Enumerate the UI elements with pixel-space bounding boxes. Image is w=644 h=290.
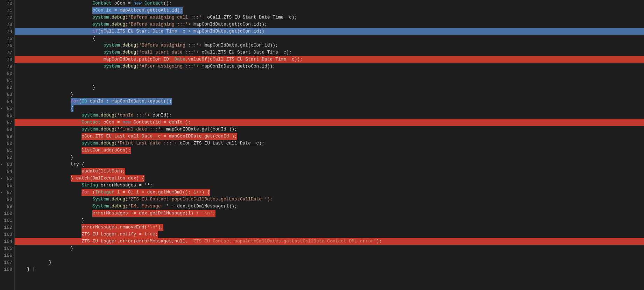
code-line-94: update(listCon); — [15, 168, 644, 175]
token: 'ZTS_EU_Contact_populateCallDates.getLas… — [191, 238, 376, 245]
line-number-label: 102 — [4, 225, 12, 230]
line-number-92: 92 — [0, 154, 14, 161]
line-content: errorMessages.removeEnd('\n'); — [15, 224, 644, 231]
token: try { — [71, 161, 84, 168]
token: mapConIDDate.get(conId )); — [163, 126, 237, 133]
line-number-label: 105 — [4, 246, 12, 251]
line-number-label: 82 — [7, 85, 12, 90]
line-number-75: 75 — [0, 35, 14, 42]
token: ID — [82, 99, 87, 104]
indent — [16, 147, 82, 154]
line-number-label: 75 — [7, 36, 12, 41]
indent — [16, 266, 27, 273]
line-content: } | — [15, 266, 644, 273]
token: ('ZTS_EU_Contact_populateCallDates.getLa… — [125, 196, 273, 203]
code-line-85: { — [15, 105, 644, 112]
line-content — [15, 77, 644, 84]
token: system — [104, 42, 120, 49]
code-line-97: for (Integer i = 0; i < dex.getNumDml();… — [15, 189, 644, 196]
line-number-96: 96 — [0, 182, 14, 189]
indent — [16, 0, 92, 7]
token: debug — [112, 21, 125, 28]
token: } — [27, 266, 30, 273]
line-number-label: 91 — [7, 148, 12, 153]
token: oCon.ZTS_EU_Last_call_Date__c = mapConID… — [82, 134, 237, 139]
highlight-region: for (Integer i = 0; i < dex.getNumDml();… — [82, 189, 210, 196]
line-content: } — [15, 154, 644, 161]
line-content: system.debug('Before assigning :::'+ map… — [15, 42, 644, 49]
line-number-83: 83 — [0, 91, 14, 98]
line-number-label: 71 — [7, 8, 12, 13]
line-content: } — [15, 259, 644, 266]
editor-area[interactable]: Contact oCon = new Contact(); oCon.id = … — [15, 0, 644, 290]
token: debug — [101, 126, 114, 133]
token: . — [120, 63, 122, 70]
line-number-label: 76 — [7, 43, 12, 48]
token: new — [122, 119, 130, 126]
token: ( — [90, 190, 95, 195]
line-content: system.debug('Before assigning :::'+ map… — [15, 21, 644, 28]
line-number-107: 107 — [0, 259, 14, 266]
token: ('Print Last date :::'+ — [114, 140, 177, 147]
indent — [16, 140, 82, 147]
line-number-95: ▾95 — [0, 175, 14, 182]
indent — [16, 14, 92, 21]
token: debug — [112, 14, 125, 21]
line-number-label: 100 — [4, 211, 12, 216]
indent — [16, 21, 92, 28]
line-content: Contact oCon = new Contact(); — [15, 0, 644, 7]
indent — [16, 203, 92, 210]
code-line-76: system.debug('Before assigning :::'+ map… — [15, 42, 644, 49]
line-number-82: 82 — [0, 84, 14, 91]
indent — [16, 168, 82, 175]
token: conId : mapConIdDate.keyset()) — [87, 99, 172, 104]
token: debug — [122, 63, 136, 70]
line-number-label: 99 — [7, 204, 12, 209]
line-number-label: 86 — [7, 113, 12, 118]
code-line-92: } — [15, 154, 644, 161]
token: System — [92, 203, 109, 210]
token: oCon = — [101, 119, 122, 126]
token: = — [128, 0, 131, 7]
token: mapConIdDate.get(oCon.id)); — [199, 63, 275, 70]
line-content — [15, 70, 644, 77]
token: oCon.id — [92, 8, 112, 13]
code-line-82: } — [15, 84, 644, 91]
token: conId); — [150, 112, 171, 119]
token: } catch(DmlException dex) { — [71, 176, 144, 181]
code-line-106 — [15, 252, 644, 259]
line-content: oCon.ZTS_EU_Last_call_Date__c = mapConID… — [15, 133, 644, 140]
line-number-88: 88 — [0, 126, 14, 133]
code-line-99: System.debug('DML Message: ' + dex.getDm… — [15, 203, 644, 210]
token: ZTS_EU_Logger.error(errorMessages,null, — [82, 238, 191, 245]
code-line-79: system.debug('After assigning :::'+ mapC… — [15, 63, 644, 70]
token: ('final date :::'+ — [114, 126, 163, 133]
line-number-label: 94 — [7, 169, 12, 174]
token: update(listCon); — [82, 169, 125, 174]
token: system — [104, 49, 120, 56]
code-line-81 — [15, 77, 644, 84]
line-number-104: 104 — [0, 238, 14, 245]
indent — [16, 161, 71, 168]
line-number-80: 80 — [0, 70, 14, 77]
highlight-region: update(listCon); — [82, 168, 125, 175]
token: errorMessages = ''; — [98, 182, 153, 189]
line-number-label: 107 — [4, 260, 12, 265]
highlight-region: listCon.add(oCon); — [82, 147, 130, 154]
code-line-103: ZTS_EU_Logger.notify = true; — [15, 231, 644, 238]
code-line-78: mapConIdDate.put(oCon.ID, Date.valueOf(o… — [15, 56, 644, 63]
code-line-90: system.debug('Print Last date :::'+ oCon… — [15, 140, 644, 147]
highlight-region: } catch(DmlException dex) { — [71, 175, 144, 182]
code-line-107: } — [15, 259, 644, 266]
line-number-label: 73 — [7, 22, 12, 27]
code-line-88: system.debug('final date :::'+ mapConIDD… — [15, 126, 644, 133]
line-number-94: 94 — [0, 168, 14, 175]
indent — [16, 112, 82, 119]
line-number-81: 81 — [0, 77, 14, 84]
code-line-95: } catch(DmlException dex) { — [15, 175, 644, 182]
token: Integer — [95, 190, 114, 195]
token: } — [92, 84, 95, 91]
token: '\n'; — [199, 211, 215, 216]
token: system — [82, 126, 98, 133]
line-content: String errorMessages = ''; — [15, 182, 644, 189]
